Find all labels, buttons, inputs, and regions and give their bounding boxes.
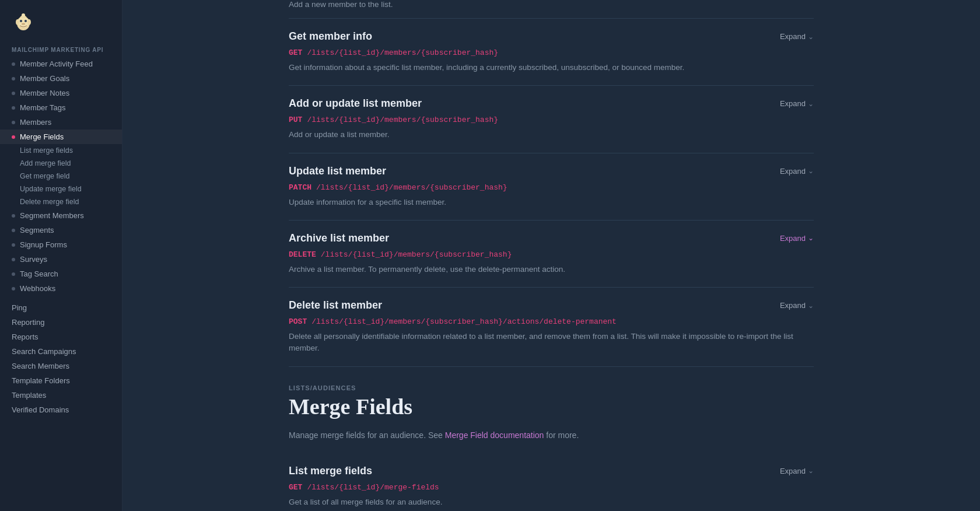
- sidebar-item-member-notes[interactable]: Member Notes: [0, 86, 122, 100]
- svg-point-4: [22, 23, 25, 25]
- sidebar-item-signup-forms[interactable]: Signup Forms: [0, 237, 122, 252]
- nav-label: Webhooks: [20, 284, 55, 293]
- sub-item-add-merge-field[interactable]: Add merge field: [0, 157, 122, 170]
- sidebar-item-members[interactable]: Members: [0, 115, 122, 130]
- sidebar-item-merge-fields[interactable]: Merge Fields: [0, 130, 122, 144]
- endpoint-header: Delete list member Expand ⌄: [289, 299, 814, 312]
- bullet-icon: [12, 243, 15, 247]
- url-path: /lists/{list_id}/members/{subscriber_has…: [312, 317, 617, 326]
- endpoint-card-list-merge-fields: List merge fields Expand ⌄ GET /lists/{l…: [289, 453, 814, 511]
- sidebar-item-tag-search[interactable]: Tag Search: [0, 267, 122, 281]
- nav-label: Surveys: [20, 255, 47, 264]
- sidebar-item-templates[interactable]: Templates: [0, 388, 122, 402]
- chevron-down-icon: ⌄: [808, 33, 814, 41]
- sub-item-list-merge-fields[interactable]: List merge fields: [0, 144, 122, 157]
- sidebar-item-member-tags[interactable]: Member Tags: [0, 100, 122, 115]
- sidebar-item-surveys[interactable]: Surveys: [0, 252, 122, 267]
- bullet-icon: [12, 121, 15, 124]
- sidebar-item-template-folders[interactable]: Template Folders: [0, 373, 122, 388]
- endpoint-description: Update information for a specific list m…: [289, 197, 814, 208]
- sidebar-item-segment-members[interactable]: Segment Members: [0, 208, 122, 223]
- section-header: LISTS/AUDIENCES Merge Fields Manage merg…: [289, 384, 814, 442]
- endpoint-card-delete-list-member: Delete list member Expand ⌄ POST /lists/…: [289, 288, 814, 367]
- nav-label: Tag Search: [20, 270, 58, 278]
- bullet-icon: [12, 92, 15, 95]
- expand-label: Expand: [780, 32, 806, 41]
- sidebar-item-segments[interactable]: Segments: [0, 223, 122, 237]
- endpoint-url: PUT /lists/{list_id}/members/{subscriber…: [289, 116, 814, 124]
- method-badge: PUT: [289, 116, 302, 124]
- endpoint-url: GET /lists/{list_id}/merge-fields: [289, 483, 814, 492]
- endpoint-title: Delete list member: [289, 299, 382, 312]
- url-path: /lists/{list_id}/members/{subscriber_has…: [307, 116, 498, 124]
- svg-point-7: [22, 13, 25, 17]
- expand-button-add-or-update[interactable]: Expand ⌄: [780, 99, 814, 108]
- url-path: /lists/{list_id}/members/{subscriber_has…: [316, 183, 508, 192]
- expand-label: Expand: [780, 99, 806, 108]
- endpoint-description: Get a list of all merge fields for an au…: [289, 496, 814, 508]
- chevron-down-icon: ⌄: [808, 167, 814, 175]
- bullet-icon: [12, 77, 15, 80]
- endpoint-title: List merge fields: [289, 465, 372, 477]
- bullet-icon: [12, 258, 15, 261]
- section-intro: Manage merge fields for an audience. See…: [289, 429, 814, 442]
- main-content: Add a new member to the list. Get member…: [123, 0, 980, 511]
- svg-point-5: [16, 19, 19, 25]
- section-intro-text: Manage merge fields for an audience. See: [289, 430, 443, 440]
- section-label: LISTS/AUDIENCES: [289, 384, 814, 391]
- logo-area: [0, 0, 122, 40]
- expand-label: Expand: [780, 467, 806, 475]
- chevron-down-icon: ⌄: [808, 467, 814, 475]
- bullet-icon: [12, 272, 15, 276]
- endpoint-description: Archive a list member. To permanently de…: [289, 264, 814, 275]
- sidebar: MAILCHIMP MARKETING API Member Activity …: [0, 0, 123, 511]
- url-path: /lists/{list_id}/members/{subscriber_has…: [321, 250, 512, 259]
- svg-point-3: [24, 20, 27, 22]
- sidebar-item-reports[interactable]: Reports: [0, 330, 122, 344]
- sidebar-item-reporting[interactable]: Reporting: [0, 315, 122, 330]
- nav-label: Segments: [20, 226, 54, 235]
- section-title: Merge Fields: [289, 394, 814, 419]
- sidebar-title: MAILCHIMP MARKETING API: [0, 40, 122, 57]
- content-section: Add a new member to the list. Get member…: [289, 0, 814, 511]
- bullet-icon: [12, 214, 15, 218]
- expand-button-archive-list-member[interactable]: Expand ⌄: [780, 234, 814, 243]
- endpoint-url: DELETE /lists/{list_id}/members/{subscri…: [289, 250, 814, 259]
- endpoint-card-add-or-update: Add or update list member Expand ⌄ PUT /…: [289, 86, 814, 153]
- endpoint-header: List merge fields Expand ⌄: [289, 465, 814, 477]
- sub-item-update-merge-field[interactable]: Update merge field: [0, 183, 122, 195]
- expand-button-list-merge-fields[interactable]: Expand ⌄: [780, 467, 814, 475]
- endpoint-title: Get member info: [289, 30, 372, 43]
- mailchimp-logo: [12, 10, 35, 34]
- bullet-icon: [12, 229, 15, 232]
- bullet-icon: [12, 287, 15, 290]
- endpoint-url: POST /lists/{list_id}/members/{subscribe…: [289, 317, 814, 326]
- endpoint-title: Add or update list member: [289, 97, 422, 110]
- expand-label: Expand: [780, 301, 806, 310]
- expand-button-delete-list-member[interactable]: Expand ⌄: [780, 301, 814, 310]
- sidebar-item-search-campaigns[interactable]: Search Campaigns: [0, 344, 122, 359]
- nav-label: Member Notes: [20, 89, 69, 97]
- sidebar-item-verified-domains[interactable]: Verified Domains: [0, 402, 122, 417]
- sub-item-delete-merge-field[interactable]: Delete merge field: [0, 195, 122, 208]
- merge-field-doc-link[interactable]: Merge Field documentation: [445, 430, 544, 440]
- endpoint-description: Get information about a specific list me…: [289, 62, 814, 74]
- sidebar-item-search-members[interactable]: Search Members: [0, 359, 122, 373]
- method-badge: GET: [289, 483, 302, 492]
- sidebar-item-member-activity-feed[interactable]: Member Activity Feed: [0, 57, 122, 71]
- chevron-down-icon: ⌄: [808, 100, 814, 108]
- endpoint-title: Update list member: [289, 165, 386, 177]
- expand-button-get-member-info[interactable]: Expand ⌄: [780, 32, 814, 41]
- sub-item-get-merge-field[interactable]: Get merge field: [0, 170, 122, 183]
- endpoint-card-update-list-member: Update list member Expand ⌄ PATCH /lists…: [289, 153, 814, 220]
- endpoint-header: Get member info Expand ⌄: [289, 30, 814, 43]
- expand-button-update-list-member[interactable]: Expand ⌄: [780, 167, 814, 176]
- sidebar-item-member-goals[interactable]: Member Goals: [0, 71, 122, 86]
- bullet-icon: [12, 106, 15, 110]
- sidebar-item-ping[interactable]: Ping: [0, 300, 122, 315]
- sidebar-item-webhooks[interactable]: Webhooks: [0, 281, 122, 296]
- nav-label: Member Activity Feed: [20, 60, 93, 68]
- endpoint-url: PATCH /lists/{list_id}/members/{subscrib…: [289, 183, 814, 192]
- method-badge: POST: [289, 317, 307, 326]
- url-path: /lists/{list_id}/merge-fields: [307, 483, 439, 492]
